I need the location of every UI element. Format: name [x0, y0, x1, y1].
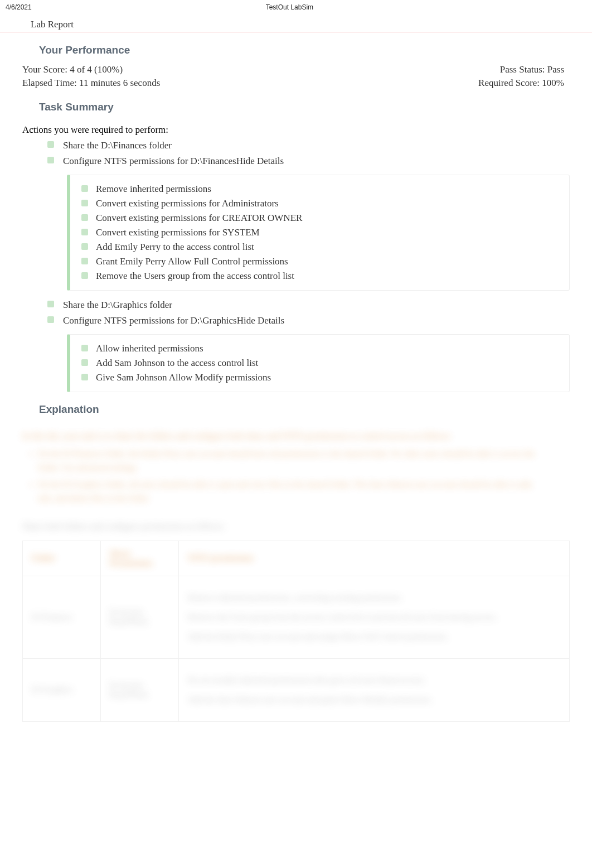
app-title: TestOut LabSim [266, 3, 313, 11]
task-label: Configure NTFS permissions for D:\Financ… [63, 156, 236, 166]
hide-details-toggle[interactable]: Hide Details [237, 315, 284, 326]
hidden-subheading: Share both folders and configure permiss… [22, 514, 570, 541]
top-meta-bar: 4/6/2021 TestOut LabSim [0, 0, 592, 15]
subtask-item: Add Sam Johnson to the access control li… [81, 356, 560, 370]
hide-details-toggle[interactable]: Hide Details [236, 156, 284, 166]
task-list: Share the D:\Graphics folder Configure N… [22, 297, 570, 329]
hidden-cell: Add the Emily Perry user account and ass… [188, 632, 448, 641]
task-item: Share the D:\Graphics folder [47, 297, 570, 313]
task-summary-heading: Task Summary [39, 101, 570, 113]
hidden-cell: D:\Finances [32, 613, 72, 621]
elapsed-time-label: Elapsed Time: 11 minutes 6 seconds [22, 78, 160, 89]
hidden-cell: D:\Graphics [32, 685, 72, 694]
subtask-item: Grant Emily Perry Allow Full Control per… [81, 254, 560, 269]
required-score-label: Required Score: 100% [478, 78, 564, 89]
hidden-cell: Remove the Users group from the access c… [188, 613, 497, 621]
your-performance-heading: Your Performance [39, 44, 570, 56]
task-label: Share the D:\Graphics folder [63, 300, 172, 310]
page-date: 4/6/2021 [6, 3, 32, 11]
subtask-item: Remove inherited permissions [81, 182, 560, 196]
task-item: Configure NTFS permissions for D:\Financ… [47, 153, 570, 169]
hidden-explanation-intro: In this lab, your task is to share the f… [22, 422, 570, 447]
task-list: Share the D:\Finances folder Configure N… [22, 138, 570, 169]
your-score-label: Your Score: 4 of 4 (100%) [22, 64, 123, 75]
explanation-heading: Explanation [39, 403, 570, 416]
actions-heading: Actions you were required to perform: [22, 120, 570, 138]
subtask-item: Remove the Users group from the access c… [81, 269, 560, 283]
hidden-permissions-table: Folder Share Permissions NTFS permission… [22, 541, 570, 722]
page-title: Lab Report [0, 15, 592, 33]
hidden-cell: Everyone: Read/Write [110, 607, 148, 626]
pass-status-label: Pass Status: Pass [500, 64, 564, 75]
task-label: Configure NTFS permissions for D:\Graphi… [63, 315, 237, 326]
subtask-item: Add Emily Perry to the access control li… [81, 240, 560, 254]
subtask-item: Convert existing permissions for Adminis… [81, 196, 560, 211]
hidden-cell: Do not modify inherited permissions (thi… [188, 676, 425, 684]
subtask-item: Convert existing permissions for CREATOR… [81, 211, 560, 225]
task-label: Share the D:\Finances folder [63, 140, 172, 151]
table-row: D:\Graphics Everyone: Read/Write Do not … [23, 658, 570, 721]
hidden-th: Share Permissions [110, 549, 153, 567]
hidden-bullet: On the D:\Graphics folder, all users sho… [38, 478, 547, 506]
task-item: Configure NTFS permissions for D:\Graphi… [47, 313, 570, 329]
subtask-item: Give Sam Johnson Allow Modify permission… [81, 370, 560, 385]
table-row: D:\Finances Everyone: Read/Write Remove … [23, 576, 570, 658]
subtask-item: Convert existing permissions for SYSTEM [81, 225, 560, 240]
hidden-th: NTFS permissions [188, 553, 254, 562]
hidden-cell: Everyone: Read/Write [110, 681, 148, 699]
subtask-item: Allow inherited permissions [81, 341, 560, 356]
hidden-cell: Remove inherited permissions, converting… [188, 593, 402, 602]
hidden-th: Folder [32, 553, 56, 562]
graphics-details-panel: Allow inherited permissions Add Sam John… [67, 334, 570, 392]
finances-sub-list: Remove inherited permissions Convert exi… [77, 182, 560, 283]
hidden-cell: Add the Sam Johnson user account and gra… [188, 695, 433, 704]
hidden-bullet: On the D:\Finances folder, the Emily Per… [38, 447, 547, 475]
task-item: Share the D:\Finances folder [47, 138, 570, 153]
graphics-sub-list: Allow inherited permissions Add Sam John… [77, 341, 560, 385]
hidden-bullet-list: On the D:\Finances folder, the Emily Per… [22, 447, 570, 514]
finances-details-panel: Remove inherited permissions Convert exi… [67, 175, 570, 291]
